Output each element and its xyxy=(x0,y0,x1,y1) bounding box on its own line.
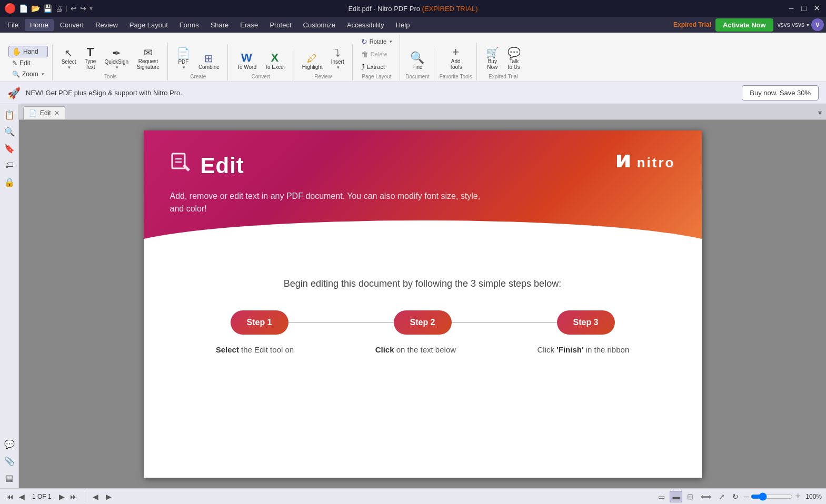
add-tools-button[interactable]: + AddTools xyxy=(446,44,465,73)
pdf-header: Edit nitro Add, remove or xyxy=(144,130,702,257)
create-group-label: Create xyxy=(173,74,223,79)
zoom-out-button[interactable]: – xyxy=(743,491,749,502)
tabs-dropdown-button[interactable]: ▾ xyxy=(814,106,826,119)
new-icon[interactable]: 📄 xyxy=(19,4,28,13)
delete-button[interactable]: 🗑 Delete xyxy=(358,48,395,60)
main-area: 📋 🔍 🔖 🏷 🔒 💬 📎 ▤ 📄 Edit ✕ ▾ xyxy=(0,104,826,488)
two-page-view-button[interactable]: ⊟ xyxy=(684,491,696,502)
convert-group-label: Convert xyxy=(233,74,288,79)
sidebar-item-bookmarks[interactable]: 🔖 xyxy=(2,141,17,156)
sidebar-item-comments[interactable]: 💬 xyxy=(2,437,17,451)
menu-file[interactable]: File xyxy=(2,19,24,31)
sidebar-item-security[interactable]: 🔒 xyxy=(2,175,17,189)
customize-icon[interactable]: ▾ xyxy=(89,5,93,12)
document-canvas[interactable]: Edit nitro Add, remove or xyxy=(19,120,826,488)
rotate-label: Rotate xyxy=(370,38,386,45)
menu-help[interactable]: Help xyxy=(391,19,415,31)
zoom-icon: 🔍 xyxy=(12,70,20,78)
rotate-button[interactable]: ↻ Rotate xyxy=(358,36,395,47)
next-view-button[interactable]: ▶ xyxy=(104,491,114,502)
edit-tab[interactable]: 📄 Edit ✕ xyxy=(23,106,65,119)
insert-button[interactable]: ⤵ Insert xyxy=(327,45,348,73)
window-controls[interactable]: – □ ✕ xyxy=(786,3,822,14)
talk-to-us-button[interactable]: 💬 Talkto Us xyxy=(504,45,524,73)
request-sig-icon: ✉ xyxy=(144,47,153,58)
maximize-button[interactable]: □ xyxy=(799,3,809,14)
prev-view-button[interactable]: ◀ xyxy=(91,491,101,502)
zoom-slider[interactable] xyxy=(751,492,793,501)
step3-description: Click 'Finish' in the ribbon xyxy=(538,345,630,354)
edit-page-icon xyxy=(170,152,193,179)
sidebar-item-attachments[interactable]: 📎 xyxy=(2,453,17,468)
to-excel-button[interactable]: X To Excel xyxy=(261,49,288,73)
buy-now-label: BuyNow xyxy=(487,58,497,70)
minimize-button[interactable]: – xyxy=(786,3,797,14)
review-group-label: Review xyxy=(298,74,348,79)
redo-icon[interactable]: ↪ xyxy=(80,4,86,13)
extract-button[interactable]: ⤴ Extract xyxy=(358,61,395,73)
menu-accessibility[interactable]: Accessibility xyxy=(342,19,390,31)
menu-protect[interactable]: Protect xyxy=(264,19,296,31)
find-button[interactable]: 🔍 Find xyxy=(406,49,428,73)
continuous-view-button[interactable]: ▬ xyxy=(670,491,682,502)
edit-tool-button[interactable]: ✎ Edit xyxy=(8,58,48,68)
buy-now-button[interactable]: 🛒 BuyNow xyxy=(482,45,503,73)
prev-page-button[interactable]: ◀ xyxy=(17,491,27,502)
first-page-button[interactable]: ⏮ xyxy=(4,491,16,502)
menu-customize[interactable]: Customize xyxy=(298,19,341,31)
user-avatar[interactable]: V xyxy=(811,18,824,31)
fit-page-button[interactable]: ⤢ xyxy=(716,491,728,502)
step-line-1 xyxy=(288,322,394,323)
pdf-title-area: Edit xyxy=(170,152,244,179)
pdf-label: PDF xyxy=(178,59,188,65)
tab-close-button[interactable]: ✕ xyxy=(54,109,59,117)
add-tools-label: AddTools xyxy=(450,58,462,70)
menu-erase[interactable]: Erase xyxy=(235,19,263,31)
user-area[interactable]: vsvs vsvs ▾ V xyxy=(778,18,824,31)
fit-width-button[interactable]: ⟺ xyxy=(698,491,714,502)
quicksign-button[interactable]: ✒ QuickSign xyxy=(101,45,132,73)
activate-now-button[interactable]: Activate Now xyxy=(715,18,773,32)
sidebar-item-layers[interactable]: ▤ xyxy=(2,470,17,485)
single-page-view-button[interactable]: ▭ xyxy=(655,491,668,502)
zoom-tool-button[interactable]: 🔍 Zoom xyxy=(8,69,48,79)
step3-button[interactable]: Step 3 xyxy=(557,310,615,335)
next-page-button[interactable]: ▶ xyxy=(57,491,67,502)
extract-label: Extract xyxy=(367,64,385,70)
highlight-button[interactable]: 🖊 Highlight xyxy=(298,51,326,73)
menu-convert[interactable]: Convert xyxy=(55,19,89,31)
step2-button[interactable]: Step 2 xyxy=(394,310,452,335)
sidebar-item-tags[interactable]: 🏷 xyxy=(2,158,17,173)
type-text-button[interactable]: T TypeText xyxy=(81,44,99,73)
step1-button[interactable]: Step 1 xyxy=(231,310,288,335)
pdf-button[interactable]: 📄 PDF xyxy=(173,45,194,73)
menu-forms[interactable]: Forms xyxy=(174,19,204,31)
open-icon[interactable]: 📂 xyxy=(31,4,40,13)
undo-icon[interactable]: ↩ xyxy=(71,4,77,13)
rotate-view-button[interactable]: ↻ xyxy=(730,491,741,502)
to-excel-label: To Excel xyxy=(265,64,285,70)
tools-group-label: Tools xyxy=(58,74,163,79)
close-button[interactable]: ✕ xyxy=(811,3,822,14)
combine-icon: ⊞ xyxy=(204,53,213,64)
zoom-in-button[interactable]: + xyxy=(795,491,801,502)
select-button[interactable]: ↖ Select xyxy=(58,45,80,73)
menu-page-layout[interactable]: Page Layout xyxy=(124,19,173,31)
buy-now-notification-button[interactable]: Buy now. Save 30% xyxy=(742,85,819,100)
to-word-button[interactable]: W To Word xyxy=(233,49,260,73)
last-page-button[interactable]: ⏭ xyxy=(68,491,79,502)
menu-share[interactable]: Share xyxy=(205,19,234,31)
step-line-2 xyxy=(452,322,557,323)
ribbon-group-document: 🔍 Find Document xyxy=(401,48,434,80)
quick-access-toolbar[interactable]: 🔴 📄 📂 💾 🖨 | ↩ ↪ ▾ xyxy=(4,3,93,14)
hand-tool-button[interactable]: ✋ Hand xyxy=(8,46,48,57)
save-icon[interactable]: 💾 xyxy=(43,4,52,13)
menu-review[interactable]: Review xyxy=(90,19,123,31)
sidebar-item-pages[interactable]: 📋 xyxy=(2,107,17,122)
print-icon[interactable]: 🖨 xyxy=(55,4,63,13)
request-signature-button[interactable]: ✉ RequestSignature xyxy=(133,45,163,73)
tab-label: Edit xyxy=(40,109,51,117)
combine-button[interactable]: ⊞ Combine xyxy=(195,51,223,73)
menu-home[interactable]: Home xyxy=(25,19,54,31)
sidebar-item-search[interactable]: 🔍 xyxy=(2,124,17,139)
